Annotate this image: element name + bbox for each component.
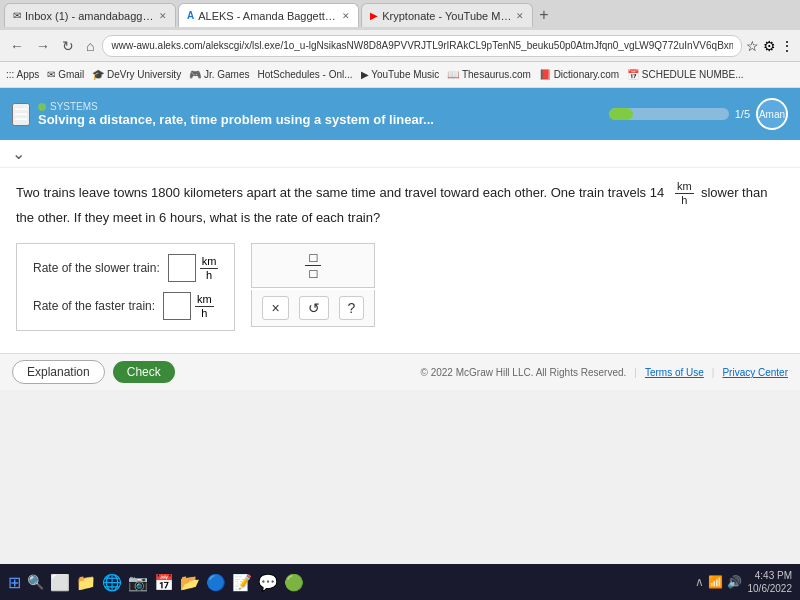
tab-youtube-label: Kryptonate - YouTube Music bbox=[382, 10, 512, 22]
input-table: Rate of the slower train: km h Rate of t… bbox=[16, 243, 235, 331]
tray-caret-up[interactable]: ∧ bbox=[695, 575, 704, 589]
tab-youtube-close[interactable]: ✕ bbox=[516, 11, 524, 21]
taskbar-files[interactable]: 📁 bbox=[76, 573, 96, 592]
taskbar-edge[interactable]: 🌐 bbox=[102, 573, 122, 592]
slower-train-label: Rate of the slower train: bbox=[33, 261, 160, 275]
clock-date: 10/6/2022 bbox=[748, 582, 793, 595]
check-button[interactable]: Check bbox=[113, 361, 175, 383]
tab-aleks[interactable]: A ALEKS - Amanda Baggett - Learn ✕ bbox=[178, 3, 359, 27]
bookmark-youtube-music[interactable]: ▶ YouTube Music bbox=[361, 69, 440, 80]
address-input[interactable] bbox=[102, 35, 742, 57]
faster-unit-bot: h bbox=[199, 307, 209, 320]
bookmark-hotschedules[interactable]: HotSchedules - Onl... bbox=[258, 69, 353, 80]
faster-unit-top: km bbox=[195, 293, 214, 307]
main-area: ☰ SYSTEMS Solving a distance, rate, time… bbox=[0, 88, 800, 390]
bookmarks-bar: ::: Apps ✉ Gmail 🎓 DeVry University 🎮 Jr… bbox=[0, 62, 800, 88]
taskbar: ⊞ 🔍 ⬜ 📁 🌐 📷 📅 📂 🔵 📝 💬 🟢 ∧ 📶 🔊 4:43 PM 10… bbox=[0, 564, 800, 600]
hamburger-menu-button[interactable]: ☰ bbox=[12, 103, 30, 126]
browser-chrome: ✉ Inbox (1) - amandabaggett1997... ✕ A A… bbox=[0, 0, 800, 88]
clock-time: 4:43 PM bbox=[748, 569, 793, 582]
slower-unit-top: km bbox=[200, 255, 219, 269]
tab-aleks-close[interactable]: ✕ bbox=[342, 11, 350, 21]
keypad-fraction-display: □ □ bbox=[251, 243, 375, 288]
progress-bar bbox=[609, 108, 729, 120]
explanation-button[interactable]: Explanation bbox=[12, 360, 105, 384]
system-tray-icons: ∧ 📶 🔊 bbox=[695, 575, 742, 589]
forward-button[interactable]: → bbox=[32, 36, 54, 56]
copyright-text: © 2022 McGraw Hill LLC. All Rights Reser… bbox=[421, 367, 627, 378]
page-title: Solving a distance, rate, time problem u… bbox=[38, 112, 434, 127]
bookmark-devry[interactable]: 🎓 DeVry University bbox=[92, 69, 181, 80]
reload-button[interactable]: ↻ bbox=[58, 36, 78, 56]
speed-fraction-bot: h bbox=[679, 194, 689, 207]
tray-sound-icon[interactable]: 🔊 bbox=[727, 575, 742, 589]
header-left: ☰ SYSTEMS Solving a distance, rate, time… bbox=[12, 101, 434, 127]
system-label: SYSTEMS bbox=[50, 101, 98, 112]
speed-fraction-top: km bbox=[675, 180, 694, 194]
taskbar-camera[interactable]: 📷 bbox=[128, 573, 148, 592]
taskbar-app2[interactable]: 💬 bbox=[258, 573, 278, 592]
taskbar-task-view[interactable]: ⬜ bbox=[50, 573, 70, 592]
progress-fill bbox=[609, 108, 633, 120]
faster-train-label: Rate of the faster train: bbox=[33, 299, 155, 313]
windows-start-button[interactable]: ⊞ bbox=[8, 573, 21, 592]
aleks-header: ☰ SYSTEMS Solving a distance, rate, time… bbox=[0, 88, 800, 140]
bookmark-apps[interactable]: ::: Apps bbox=[6, 69, 39, 80]
keypad-reset-button[interactable]: ↺ bbox=[299, 296, 329, 320]
taskbar-explorer[interactable]: 📂 bbox=[180, 573, 200, 592]
taskbar-clock[interactable]: 4:43 PM 10/6/2022 bbox=[748, 569, 793, 595]
tab-youtube[interactable]: ▶ Kryptonate - YouTube Music ✕ bbox=[361, 3, 533, 27]
keypad-buttons-row: × ↺ ? bbox=[251, 290, 375, 327]
page-footer: Explanation Check © 2022 McGraw Hill LLC… bbox=[0, 353, 800, 390]
content-row: Rate of the slower train: km h Rate of t… bbox=[16, 243, 784, 341]
menu-button[interactable]: ⋮ bbox=[780, 38, 794, 54]
taskbar-word[interactable]: 📝 bbox=[232, 573, 252, 592]
inbox-favicon: ✉ bbox=[13, 10, 21, 21]
faster-train-row: Rate of the faster train: km h bbox=[33, 292, 218, 320]
slower-train-input[interactable] bbox=[168, 254, 196, 282]
chevron-row: ⌄ bbox=[0, 140, 800, 168]
keypad-times-button[interactable]: × bbox=[262, 296, 288, 320]
keypad-help-button[interactable]: ? bbox=[339, 296, 365, 320]
back-button[interactable]: ← bbox=[6, 36, 28, 56]
tab-inbox-close[interactable]: ✕ bbox=[159, 11, 167, 21]
taskbar-search-icon[interactable]: 🔍 bbox=[27, 574, 44, 590]
header-title-block: SYSTEMS Solving a distance, rate, time p… bbox=[38, 101, 434, 127]
bookmark-gmail[interactable]: ✉ Gmail bbox=[47, 69, 84, 80]
problem-area: Two trains leave towns 1800 kilometers a… bbox=[0, 168, 800, 353]
bookmark-schedule[interactable]: 📅 SCHEDULE NUMBE... bbox=[627, 69, 743, 80]
tab-bar: ✉ Inbox (1) - amandabaggett1997... ✕ A A… bbox=[0, 0, 800, 30]
bookmark-dictionary[interactable]: 📕 Dictionary.com bbox=[539, 69, 619, 80]
keypad-frac-bot: □ bbox=[305, 266, 321, 281]
chevron-down-button[interactable]: ⌄ bbox=[12, 144, 25, 163]
new-tab-button[interactable]: + bbox=[535, 6, 552, 24]
tab-inbox-label: Inbox (1) - amandabaggett1997... bbox=[25, 10, 155, 22]
youtube-favicon: ▶ bbox=[370, 10, 378, 21]
slower-train-row: Rate of the slower train: km h bbox=[33, 254, 218, 282]
taskbar-app1[interactable]: 🔵 bbox=[206, 573, 226, 592]
speed-fraction: km h bbox=[675, 180, 694, 207]
taskbar-calendar[interactable]: 📅 bbox=[154, 573, 174, 592]
tray-wifi-icon[interactable]: 📶 bbox=[708, 575, 723, 589]
address-bar-row: ← → ↻ ⌂ ☆ ⚙ ⋮ bbox=[0, 30, 800, 62]
tab-inbox[interactable]: ✉ Inbox (1) - amandabaggett1997... ✕ bbox=[4, 3, 176, 27]
keypad-frac-top: □ bbox=[305, 250, 321, 266]
problem-statement: Two trains leave towns 1800 kilometers a… bbox=[16, 180, 784, 229]
home-button[interactable]: ⌂ bbox=[82, 36, 98, 56]
bookmark-games[interactable]: 🎮 Jr. Games bbox=[189, 69, 249, 80]
slower-unit-bot: h bbox=[204, 269, 214, 282]
extensions-button[interactable]: ⚙ bbox=[763, 38, 776, 54]
faster-input-wrap: km h bbox=[163, 292, 214, 320]
faster-train-input[interactable] bbox=[163, 292, 191, 320]
avatar-button[interactable]: Aman bbox=[756, 98, 788, 130]
bookmark-star-button[interactable]: ☆ bbox=[746, 38, 759, 54]
keypad-area: □ □ × ↺ ? bbox=[251, 243, 375, 327]
faster-unit-fraction: km h bbox=[195, 293, 214, 320]
privacy-center-link[interactable]: Privacy Center bbox=[722, 367, 788, 378]
terms-of-use-link[interactable]: Terms of Use bbox=[645, 367, 704, 378]
progress-label: 1/5 bbox=[735, 108, 750, 120]
slower-input-wrap: km h bbox=[168, 254, 219, 282]
taskbar-chrome[interactable]: 🟢 bbox=[284, 573, 304, 592]
footer-left: Explanation Check bbox=[12, 360, 175, 384]
bookmark-thesaurus[interactable]: 📖 Thesaurus.com bbox=[447, 69, 531, 80]
